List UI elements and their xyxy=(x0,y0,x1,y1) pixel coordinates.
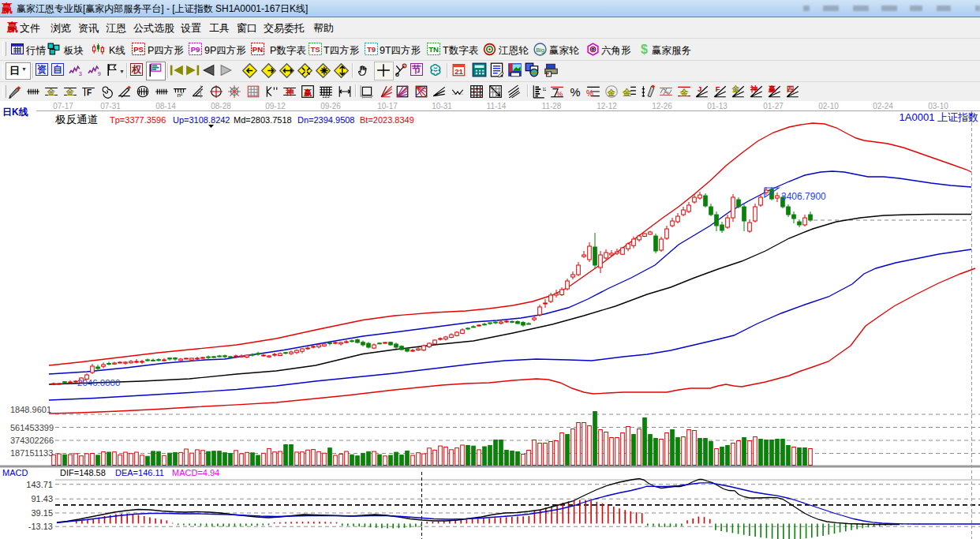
svg-text:03-10: 03-10 xyxy=(928,102,948,110)
svg-text:极反通道: 极反通道 xyxy=(55,114,98,125)
svg-text:1A0001 上证指数: 1A0001 上证指数 xyxy=(900,111,978,123)
svg-text:09-26: 09-26 xyxy=(320,102,341,110)
svg-text:12-12: 12-12 xyxy=(597,102,617,110)
svg-text:374302266: 374302266 xyxy=(10,436,54,445)
svg-text:08-28: 08-28 xyxy=(211,102,231,110)
svg-text:07-31: 07-31 xyxy=(100,102,121,110)
svg-text:10-17: 10-17 xyxy=(377,102,398,110)
svg-text:Tp=3377.3596: Tp=3377.3596 xyxy=(110,115,166,125)
svg-text:MACD: MACD xyxy=(2,468,28,477)
svg-text:MACD=4.94: MACD=4.94 xyxy=(172,468,219,477)
svg-text:143.71: 143.71 xyxy=(26,480,53,489)
svg-text:Up=3108.8242: Up=3108.8242 xyxy=(173,115,230,125)
svg-text:02-10: 02-10 xyxy=(818,102,839,110)
svg-text:DEA=146.11: DEA=146.11 xyxy=(115,468,164,477)
svg-text:1848.9601: 1848.9601 xyxy=(10,405,51,414)
svg-text:02-24: 02-24 xyxy=(873,102,893,110)
svg-text:11-28: 11-28 xyxy=(542,102,562,110)
svg-text:01-27: 01-27 xyxy=(763,102,784,110)
svg-text:01-13: 01-13 xyxy=(707,102,728,110)
svg-text:561453399: 561453399 xyxy=(10,423,54,432)
svg-text:Bt=2023.8349: Bt=2023.8349 xyxy=(360,115,414,125)
svg-text:11-14: 11-14 xyxy=(487,102,507,110)
svg-text:91.43: 91.43 xyxy=(31,494,53,503)
svg-text:2046.0000: 2046.0000 xyxy=(77,378,120,387)
svg-text:日K线: 日K线 xyxy=(2,107,28,118)
svg-text:Dn=2394.9508: Dn=2394.9508 xyxy=(297,115,354,125)
svg-text:09-12: 09-12 xyxy=(265,102,286,110)
svg-text:187151133: 187151133 xyxy=(10,448,53,458)
svg-text:08-14: 08-14 xyxy=(155,102,176,110)
svg-text:DIF=148.58: DIF=148.58 xyxy=(60,468,106,477)
svg-text:10-31: 10-31 xyxy=(432,102,452,110)
svg-text:12-26: 12-26 xyxy=(652,102,672,110)
svg-text:39.15: 39.15 xyxy=(31,508,53,518)
svg-text:3406.7900: 3406.7900 xyxy=(781,191,826,202)
svg-text:Md=2803.7518: Md=2803.7518 xyxy=(234,115,292,125)
svg-text:07-17: 07-17 xyxy=(53,102,73,110)
svg-text:-13.13: -13.13 xyxy=(28,522,53,531)
